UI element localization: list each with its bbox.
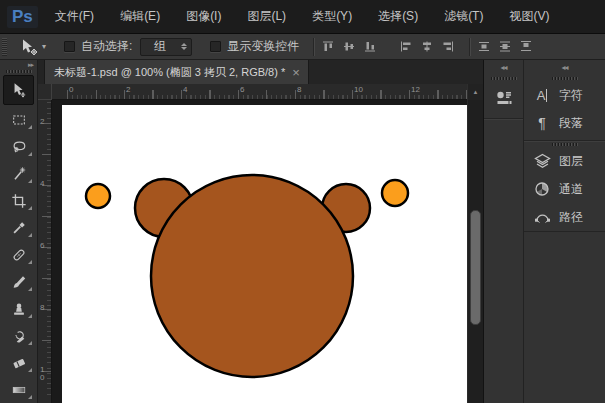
v-ruler-number: 8 <box>40 304 48 312</box>
eyedropper-tool[interactable] <box>0 214 37 241</box>
photoshop-window: Ps 文件(F) 编辑(E) 图像(I) 图层(L) 类型(Y) 选择(S) 滤… <box>0 0 605 403</box>
panel-tab-character[interactable]: A 字符 <box>524 81 605 109</box>
photoshop-logo: Ps <box>7 6 38 28</box>
gradient-tool[interactable] <box>0 376 37 403</box>
menu-view[interactable]: 视图(V) <box>496 0 562 33</box>
align-bottom-icon[interactable] <box>363 40 377 53</box>
vertical-ruler[interactable]: 246810 <box>38 100 52 403</box>
magic-wand-tool[interactable] <box>0 160 37 187</box>
history-brush-tool[interactable] <box>0 322 37 349</box>
move-tool-icon <box>20 38 38 56</box>
distribute-top-icon[interactable] <box>477 40 491 53</box>
h-ruler-number: 10 <box>354 85 363 94</box>
options-separator <box>313 38 314 56</box>
crop-tool[interactable] <box>0 187 37 214</box>
narrow-panel-empty <box>484 119 523 403</box>
h-ruler-number: 12 <box>411 85 420 94</box>
panel-tab-paragraph[interactable]: ¶ 段落 <box>524 109 605 137</box>
canvas-shapes <box>62 105 467 403</box>
h-ruler-number: 0 <box>69 85 73 94</box>
tool-options-bar: ▾ 自动选择: 组 显示变换控件 <box>0 34 605 60</box>
shape-dot-right[interactable] <box>382 180 408 206</box>
panel-empty-area <box>524 231 605 403</box>
align-left-icon[interactable] <box>399 40 413 53</box>
move-tool[interactable] <box>3 75 34 105</box>
auto-select-dropdown[interactable]: 组 <box>140 38 192 56</box>
tool-preset-caret-icon[interactable]: ▾ <box>42 42 46 51</box>
panel-tab-channels[interactable]: 通道 <box>524 175 605 203</box>
scrollbar-thumb[interactable] <box>470 210 481 325</box>
align-top-icon[interactable] <box>321 40 335 53</box>
rectangular-marquee-tool[interactable] <box>0 106 37 133</box>
brush-tool[interactable] <box>0 268 37 295</box>
paragraph-icon: ¶ <box>533 115 551 131</box>
channels-icon <box>533 181 551 197</box>
menu-filter[interactable]: 滤镜(T) <box>431 0 496 33</box>
menu-bar: Ps 文件(F) 编辑(E) 图像(I) 图层(L) 类型(Y) 选择(S) 滤… <box>0 0 605 34</box>
tab-close-icon[interactable]: × <box>292 66 300 79</box>
shape-head[interactable] <box>151 175 353 377</box>
lasso-tool[interactable] <box>0 133 37 160</box>
v-ruler-number: 10 <box>40 366 48 382</box>
v-ruler-number: 4 <box>40 180 48 188</box>
spot-healing-brush-tool[interactable] <box>0 241 37 268</box>
character-icon: A <box>533 88 551 103</box>
menu-select[interactable]: 选择(S) <box>365 0 431 33</box>
document-area: 未标题-1.psd @ 100% (椭圆 3 拷贝 2, RGB/8) * × … <box>38 60 483 403</box>
menu-image[interactable]: 图像(I) <box>173 0 234 33</box>
options-bar-grip[interactable] <box>2 38 7 56</box>
distribute-vcenter-icon[interactable] <box>498 40 512 53</box>
panel-tab-layers[interactable]: 图层 <box>524 147 605 175</box>
menu-type[interactable]: 类型(Y) <box>299 0 365 33</box>
panel-label-paragraph: 段落 <box>559 115 583 132</box>
h-ruler-number: 2 <box>126 85 130 94</box>
align-vcenter-icon[interactable] <box>342 40 356 53</box>
canvas[interactable] <box>62 105 467 403</box>
align-right-icon[interactable] <box>441 40 455 53</box>
panel-label-character: 字符 <box>559 87 583 104</box>
eraser-tool[interactable] <box>0 349 37 376</box>
distribute-bottom-icon[interactable] <box>519 40 533 53</box>
clone-stamp-tool[interactable] <box>0 295 37 322</box>
wide-collapse-icon[interactable]: ◂◂ <box>524 60 605 75</box>
document-tab[interactable]: 未标题-1.psd @ 100% (椭圆 3 拷贝 2, RGB/8) * × <box>44 60 309 84</box>
tools-panel: ▸▸ <box>0 60 38 403</box>
tools-grip[interactable] <box>0 69 37 74</box>
paths-icon <box>533 209 551 225</box>
3d-panel-icon[interactable] <box>484 81 523 115</box>
align-hcenter-icon[interactable] <box>420 40 434 53</box>
options-separator-2 <box>469 38 470 56</box>
panel-tab-paths[interactable]: 路径 <box>524 203 605 231</box>
panel-column-narrow: ◂◂ <box>484 60 524 403</box>
panel-label-layers: 图层 <box>559 153 583 170</box>
panel-column-wide: ◂◂ A 字符 ¶ 段落 图层 <box>524 60 605 403</box>
panel-label-channels: 通道 <box>559 181 583 198</box>
menu-edit[interactable]: 编辑(E) <box>107 0 173 33</box>
show-transform-label: 显示变换控件 <box>227 38 299 55</box>
tools-expand-icon[interactable]: ▸▸ <box>0 60 37 69</box>
scroll-up-icon[interactable]: ▲ <box>467 84 483 100</box>
layers-icon <box>533 153 551 169</box>
menu-layer[interactable]: 图层(L) <box>234 0 299 33</box>
horizontal-ruler[interactable]: 024681012 <box>52 84 467 100</box>
stepper-icon <box>179 43 189 50</box>
narrow-collapse-icon[interactable]: ◂◂ <box>484 60 523 75</box>
auto-select-checkbox[interactable] <box>64 41 75 52</box>
shape-dot-left[interactable] <box>86 184 110 208</box>
document-tab-bar: 未标题-1.psd @ 100% (椭圆 3 拷贝 2, RGB/8) * × <box>38 60 483 84</box>
v-ruler-number: 6 <box>40 242 48 250</box>
show-transform-checkbox[interactable] <box>210 41 221 52</box>
h-ruler-number: 8 <box>297 85 301 94</box>
auto-select-value: 组 <box>141 38 179 55</box>
h-ruler-number: 4 <box>183 85 187 94</box>
document-tab-title: 未标题-1.psd @ 100% (椭圆 3 拷贝 2, RGB/8) * <box>54 65 285 80</box>
v-ruler-number: 2 <box>40 118 48 126</box>
canvas-viewport[interactable] <box>52 100 467 403</box>
ruler-corner[interactable] <box>38 84 52 100</box>
vertical-scrollbar[interactable] <box>467 100 483 403</box>
panel-label-paths: 路径 <box>559 209 583 226</box>
menu-file[interactable]: 文件(F) <box>42 0 107 33</box>
auto-select-label: 自动选择: <box>81 38 132 55</box>
panel-dock: ◂◂ ◂◂ A 字符 ¶ 段落 <box>483 60 605 403</box>
h-ruler-number: 6 <box>240 85 244 94</box>
